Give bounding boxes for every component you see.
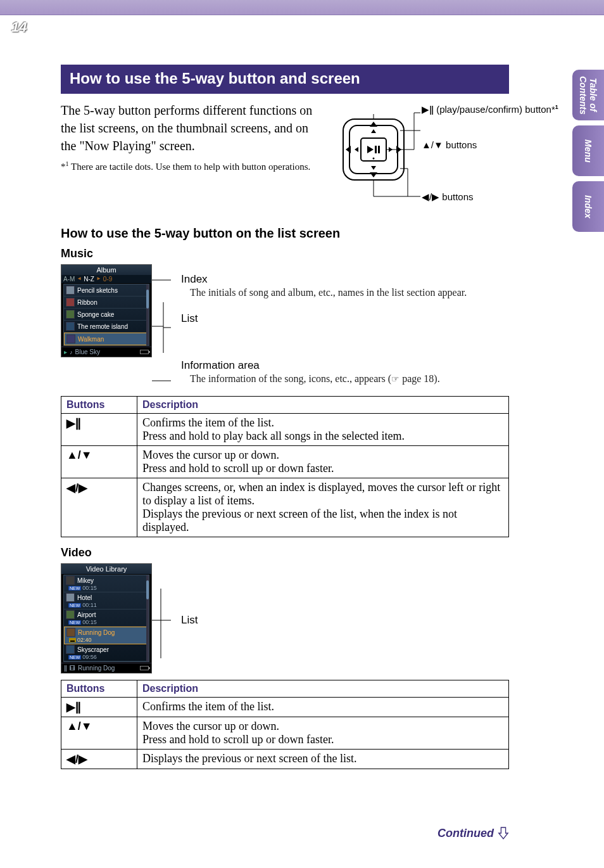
now-playing-text: Blue Sky	[75, 348, 100, 355]
tab-menu[interactable]: Menu	[572, 125, 604, 176]
cell-desc: Displays the previous or next screen of …	[137, 750, 509, 769]
list-item: Mikey NEW00:15	[64, 575, 149, 592]
music-sc-footer: ▸ ♪ Blue Sky	[61, 347, 151, 357]
now-playing-text: Running Dog	[78, 665, 115, 672]
table-row: ◀/▶ Changes screens, or, when an index i…	[61, 478, 509, 537]
list-item-label: The remote island	[77, 323, 128, 330]
col-description: Description	[137, 397, 509, 414]
page-number: 14	[11, 19, 27, 35]
table-row: ▶ǁ Confirms the item of the list.	[61, 698, 509, 717]
play-pause-icon: ▶ǁ	[422, 104, 434, 115]
diagram-label-play-pause: ▶ǁ (play/pause/confirm) button*1	[422, 104, 558, 115]
scrollbar	[146, 575, 149, 661]
chevron-left-icon: ◄	[77, 276, 82, 283]
music-screenshot: Album A-M ◄ N-Z ► 0-9 Pencil sketchs Rib…	[61, 264, 152, 357]
list-item-label: Skyscraper	[77, 646, 109, 653]
pause-indicator-icon: ǁ	[64, 665, 67, 672]
video-sc-title: Video Library	[61, 564, 151, 574]
progress-badge: ▬	[69, 638, 76, 642]
continued-text: Continued	[437, 827, 494, 840]
callout-list-label: List	[181, 312, 509, 325]
video-screenshot: Video Library Mikey NEW00:15 Hotel NEW00…	[61, 563, 152, 673]
video-thumb-icon	[66, 593, 75, 602]
svg-marker-9	[355, 147, 358, 152]
scrollbar	[146, 284, 149, 345]
video-sc-footer: ǁ 🎞 Running Dog	[61, 663, 151, 673]
list-item-label: Hotel	[77, 594, 92, 601]
video-thumb-icon	[66, 610, 75, 619]
svg-rect-12	[375, 146, 377, 153]
video-thumb-icon	[66, 628, 75, 637]
video-time: 09:56	[82, 654, 97, 660]
cell-desc: Changes screens, or, when an index is di…	[137, 478, 509, 537]
down-arrow-icon	[498, 826, 509, 840]
col-buttons: Buttons	[61, 680, 137, 698]
table-row: ▲/▼ Moves the cursor up or down. Press a…	[61, 446, 509, 478]
battery-icon	[140, 350, 149, 354]
list-item-selected: Running Dog ▬02:40	[64, 627, 149, 644]
play-indicator-icon: ▸	[64, 348, 67, 355]
callout-index-desc: The initials of song and album, etc., na…	[190, 287, 509, 298]
album-thumb-icon	[66, 298, 75, 307]
continued-indicator: Continued	[437, 826, 509, 840]
list-item: Sponge cake	[64, 309, 149, 321]
left-right-icon: ◀/▶	[61, 750, 137, 769]
svg-marker-4	[370, 172, 377, 177]
callout-list-label: List	[181, 614, 509, 627]
diagram-svg	[332, 101, 509, 209]
album-thumb-icon	[66, 310, 75, 319]
music-heading: Music	[61, 247, 509, 260]
page-content: How to use the 5-way button and screen T…	[0, 15, 604, 791]
list-item-label: Pencil sketchs	[77, 287, 118, 294]
list-item-label: Walkman	[78, 336, 104, 343]
cell-desc: Moves the cursor up or down. Press and h…	[137, 717, 509, 750]
list-item: Hotel NEW00:11	[64, 592, 149, 610]
footnote-marker: *1	[61, 162, 69, 172]
footnote: *1 There are tactile dots. Use them to h…	[61, 160, 325, 174]
callout-index-label: Index	[181, 273, 509, 286]
up-down-icon: ▲/▼	[61, 717, 137, 750]
updown-text: buttons	[443, 139, 477, 150]
video-heading: Video	[61, 546, 509, 559]
tab-table-of-contents[interactable]: Table of Contents	[572, 70, 604, 120]
svg-marker-8	[371, 166, 376, 170]
list-item-label: Running Dog	[78, 629, 115, 636]
tab-nz: N-Z	[84, 276, 94, 283]
music-sc-tabs: A-M ◄ N-Z ► 0-9	[61, 275, 151, 283]
film-icon: 🎞	[70, 665, 75, 672]
side-tabs: Table of Contents Menu Index	[572, 70, 604, 232]
music-sc-title: Album	[61, 265, 151, 275]
svg-marker-5	[346, 146, 351, 153]
callout-index: Index The initials of song and album, et…	[181, 273, 509, 298]
cell-desc: Confirms the item of the list. Press and…	[137, 414, 509, 446]
list-item-label: Airport	[77, 611, 96, 618]
table-row: ◀/▶ Displays the previous or next screen…	[61, 750, 509, 769]
info-desc-prefix: The information of the song, icons, etc.…	[190, 373, 391, 384]
new-badge: NEW	[68, 603, 81, 608]
svg-marker-7	[371, 129, 376, 133]
video-thumb-icon	[66, 576, 75, 585]
list-item: Airport NEW00:15	[64, 610, 149, 627]
album-thumb-icon	[66, 322, 75, 331]
list-item-selected: Walkman	[64, 333, 149, 345]
tab-am: A-M	[63, 276, 75, 283]
five-way-diagram: ▶ǁ (play/pause/confirm) button*1 ▲/▼ but…	[332, 101, 509, 211]
album-thumb-icon	[66, 286, 75, 295]
callout-info-label: Information area	[181, 359, 509, 372]
diagram-label-leftright: ◀/▶ buttons	[422, 191, 474, 203]
table-row: ▶ǁ Confirms the item of the list. Press …	[61, 414, 509, 446]
left-right-icon: ◀/▶	[422, 191, 439, 202]
tab-index[interactable]: Index	[572, 181, 604, 232]
left-right-icon: ◀/▶	[61, 478, 137, 537]
list-item-label: Mikey	[77, 577, 94, 584]
play-pause-text: (play/pause/confirm) button*	[434, 104, 555, 115]
music-buttons-table: Buttons Description ▶ǁ Confirms the item…	[61, 396, 509, 537]
svg-rect-13	[378, 146, 380, 153]
cell-desc: Confirms the item of the list.	[137, 698, 509, 717]
music-sc-list: Pencil sketchs Ribbon Sponge cake The re…	[63, 284, 149, 346]
callout-list: List	[181, 614, 509, 627]
battery-icon	[140, 666, 149, 670]
new-badge: NEW	[68, 586, 81, 590]
video-sc-list: Mikey NEW00:15 Hotel NEW00:11 Airport NE…	[63, 575, 149, 662]
svg-marker-3	[370, 122, 377, 127]
